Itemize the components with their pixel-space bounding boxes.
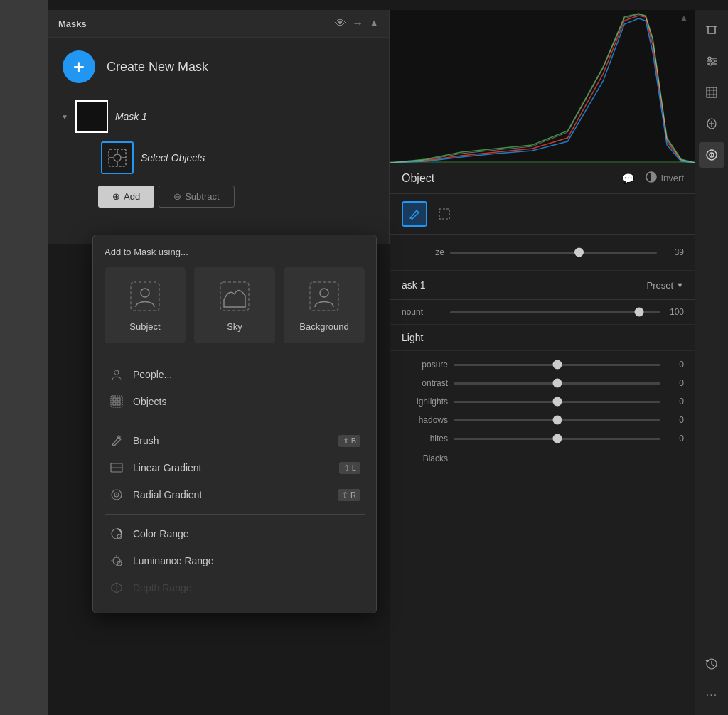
brush-item[interactable]: Brush ⇧ B: [105, 427, 365, 454]
sidebar-crop-icon[interactable]: [699, 17, 724, 43]
eye-icon[interactable]: 👁: [335, 17, 346, 30]
size-value: 39: [663, 247, 684, 257]
svg-rect-13: [111, 396, 122, 407]
brush-tool-button[interactable]: [402, 201, 427, 227]
objects-icon: [109, 394, 124, 409]
people-item[interactable]: People...: [105, 361, 365, 388]
masks-header: Masks 👁 → ▲: [48, 10, 389, 38]
svg-rect-16: [113, 402, 116, 405]
select-objects-thumbnail: [101, 141, 134, 174]
linear-gradient-label: Linear Gradient: [133, 462, 331, 473]
exposure-thumb[interactable]: [552, 360, 562, 370]
object-title: Object: [402, 172, 616, 185]
invert-icon: [646, 171, 657, 185]
svg-rect-15: [117, 398, 120, 401]
sidebar-adjustments-icon[interactable]: [699, 48, 724, 74]
invert-button[interactable]: Invert: [646, 171, 684, 185]
mask1-item[interactable]: ▼ Mask 1: [55, 96, 382, 137]
subtract-button[interactable]: ⊖ Subtract: [159, 186, 234, 208]
shadows-value: 0: [666, 415, 684, 425]
arrow-right-icon[interactable]: →: [352, 17, 363, 30]
sky-icon: [217, 279, 252, 314]
create-mask-row[interactable]: + Create New Mask: [48, 38, 389, 96]
sky-option[interactable]: Sky: [194, 267, 275, 343]
brush-shortcut: ⇧ B: [338, 435, 360, 447]
svg-point-10: [320, 289, 328, 297]
sidebar-heal-icon[interactable]: [699, 111, 724, 136]
scroll-up-icon[interactable]: ▲: [369, 17, 379, 30]
histogram-area: ▲: [390, 10, 695, 163]
create-mask-button[interactable]: +: [63, 50, 95, 83]
highlights-row: ighlights 0: [390, 392, 695, 411]
size-slider-thumb[interactable]: [574, 248, 584, 257]
left-gray-area: [0, 0, 48, 715]
masks-header-icons: 👁 → ▲: [335, 17, 379, 30]
amount-slider-thumb[interactable]: [635, 308, 644, 317]
highlights-value: 0: [666, 397, 684, 407]
chat-icon[interactable]: 💬: [622, 173, 634, 184]
top-options: Subject Sky Background: [105, 267, 365, 343]
svg-point-45: [712, 60, 714, 63]
highlights-track[interactable]: [454, 401, 660, 403]
add-button[interactable]: ⊕ Add: [98, 186, 154, 208]
objects-item[interactable]: Objects: [105, 388, 365, 415]
shadows-row: hadows 0: [390, 411, 695, 429]
dropdown-title: Add to Mask using...: [105, 247, 365, 257]
luminance-range-icon: [109, 553, 124, 569]
linear-gradient-item[interactable]: Linear Gradient ⇧ L: [105, 454, 365, 481]
select-objects-row[interactable]: Select Objects: [95, 137, 382, 178]
objects-label: Objects: [133, 396, 360, 407]
histogram-svg: [390, 10, 695, 163]
svg-point-44: [708, 57, 711, 60]
color-range-icon: [109, 526, 124, 542]
background-icon: [306, 279, 342, 314]
luminance-range-item[interactable]: Luminance Range: [105, 547, 365, 574]
exposure-row: posure 0: [390, 355, 695, 374]
contrast-track[interactable]: [454, 382, 660, 385]
sidebar-more-icon[interactable]: ···: [699, 682, 724, 708]
whites-thumb[interactable]: [552, 434, 562, 443]
whites-track[interactable]: [454, 438, 660, 440]
sidebar-transform-icon[interactable]: [699, 80, 724, 105]
sidebar-masking-icon[interactable]: [699, 142, 724, 168]
shadows-track[interactable]: [454, 419, 660, 421]
size-slider-row: ze 39: [402, 247, 684, 257]
background-option[interactable]: Background: [284, 267, 365, 343]
histogram-scroll-up[interactable]: ▲: [680, 13, 688, 23]
size-slider-track[interactable]: [450, 252, 657, 254]
svg-point-57: [711, 154, 712, 156]
svg-point-12: [114, 370, 119, 375]
people-label: People...: [133, 369, 360, 380]
amount-slider-track[interactable]: [450, 311, 660, 313]
subject-icon: [127, 279, 163, 314]
depth-range-label: Depth Range: [133, 582, 360, 593]
subject-option[interactable]: Subject: [105, 267, 186, 343]
mask1-thumbnail: [75, 100, 108, 133]
whites-value: 0: [666, 434, 684, 443]
sky-label: Sky: [227, 321, 242, 332]
subject-label: Subject: [129, 321, 160, 332]
amount-row: nount 100: [390, 300, 695, 325]
contrast-thumb[interactable]: [552, 379, 562, 388]
shadows-thumb[interactable]: [552, 416, 562, 425]
subtract-label: Subtract: [185, 191, 219, 202]
exposure-track[interactable]: [454, 364, 660, 366]
svg-rect-17: [117, 402, 120, 405]
add-label: Add: [124, 191, 140, 202]
preset-button[interactable]: Preset ▼: [647, 280, 684, 291]
luminance-range-label: Luminance Range: [133, 555, 360, 566]
add-mask-dropdown: Add to Mask using... Subject Sky: [92, 235, 377, 613]
sidebar-history-icon[interactable]: [699, 651, 724, 677]
radial-gradient-item[interactable]: Radial Gradient ⇧ R: [105, 481, 365, 508]
depth-range-item: Depth Range: [105, 574, 365, 601]
highlights-thumb[interactable]: [552, 397, 562, 407]
select-tool-button[interactable]: [432, 201, 457, 227]
preset-chevron-icon: ▼: [676, 281, 684, 289]
brush-label: Brush: [133, 435, 330, 446]
object-header: Object 💬 Invert: [390, 163, 695, 194]
exposure-label: posure: [402, 360, 448, 370]
color-range-item[interactable]: Color Range: [105, 520, 365, 547]
light-title: Light: [402, 332, 423, 343]
brush-icon: [109, 433, 124, 448]
add-icon: ⊕: [112, 191, 120, 202]
